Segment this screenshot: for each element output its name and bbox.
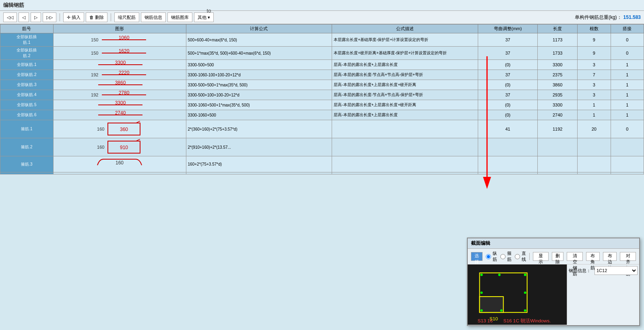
suochi-btn[interactable]: 缩尺配筋 bbox=[114, 12, 139, 22]
desc-cell bbox=[332, 138, 478, 156]
del-row-btn[interactable]: 🗑 删除 bbox=[86, 12, 107, 22]
nav-next-btn[interactable]: ▷ bbox=[31, 12, 41, 22]
edit-sep-2 bbox=[111, 13, 111, 21]
edit-panel-title: 编辑钢筋 bbox=[0, 0, 644, 11]
table-row[interactable]: 全部纵筋.5 3300 3300-1060+500+1*max(35*d, 50… bbox=[0, 100, 644, 110]
align-rebar-btn[interactable]: 对齐钢筋 bbox=[620, 252, 636, 261]
svg-text:2220: 2220 bbox=[119, 71, 130, 76]
nav-prev-btn[interactable]: ◁ bbox=[19, 12, 29, 22]
lap-cell: 1 bbox=[611, 60, 644, 70]
col-shape: 图形 bbox=[53, 25, 186, 33]
bar-id-cell: 箍筋.3 bbox=[0, 156, 54, 172]
bar-id-cell: 全部纵筋.6 bbox=[0, 110, 54, 120]
table-row[interactable]: 全部纵筋插 筋.1 150 1060 500+600-40+max(6*d, 1… bbox=[0, 33, 644, 47]
bar-id-cell: 箍筋.1 bbox=[0, 120, 54, 138]
table-row[interactable]: 全部纵筋.1 3300 3300-500+500 层高-本层的露出长度+上层露出… bbox=[0, 60, 644, 70]
bar-id-cell: 全部纵筋.3 bbox=[0, 80, 54, 90]
ganglu-info-btn[interactable]: 钢筋信息 bbox=[141, 12, 166, 22]
formula-cell: 3300-500+100+100-20+12*d bbox=[186, 90, 332, 100]
length-cell: 3300 bbox=[538, 60, 578, 70]
length-cell: 2935 bbox=[538, 90, 578, 100]
rebar-info-select[interactable]: 1C12 2C12 1C14 2C14 bbox=[594, 266, 638, 275]
bend-cell: 37 bbox=[478, 33, 537, 47]
radio-gujin-input[interactable] bbox=[500, 254, 506, 259]
radio-zhixian-label: 直线 bbox=[522, 250, 526, 262]
lap-cell: 1 bbox=[611, 90, 644, 100]
lap-cell: 1 bbox=[611, 100, 644, 110]
edit-sep-1 bbox=[60, 13, 60, 21]
formula-cell: 3300-1060-100+100-20+12*d bbox=[186, 70, 332, 80]
col-bend: 弯曲调整(mm) bbox=[478, 25, 537, 33]
radio-gujin: 箍筋 bbox=[500, 250, 512, 262]
desc-cell: 层高-本层的露出长度+上层露出长度 bbox=[332, 110, 478, 120]
lap-cell: 0 bbox=[611, 33, 644, 47]
count-cell bbox=[578, 172, 611, 174]
bend-cell: 41 bbox=[478, 120, 537, 138]
select-tool-btn[interactable]: 选择 bbox=[471, 252, 483, 261]
table-row[interactable]: 全部纵筋.4 192 2780 3300-500+100+100-20+12*d… bbox=[0, 90, 644, 100]
radio-zhixian-input[interactable] bbox=[515, 254, 520, 259]
svg-text:910: 910 bbox=[120, 145, 128, 150]
length-cell: 1173 bbox=[538, 33, 578, 47]
svg-text:S16 1C 朝活Windows.: S16 1C 朝活Windows. bbox=[504, 318, 551, 324]
shape-cell: 150 1620 bbox=[53, 47, 186, 60]
svg-text:3860: 3860 bbox=[115, 81, 126, 86]
bend-cell: (0) bbox=[478, 110, 537, 120]
bar-id-cell: 全部纵筋插 筋.1 bbox=[0, 33, 54, 47]
bend-cell: (0) bbox=[478, 60, 537, 70]
nav-first-btn[interactable]: ◁◁ bbox=[3, 12, 17, 22]
count-cell bbox=[578, 156, 611, 172]
table-row[interactable] bbox=[0, 172, 644, 174]
table-row[interactable]: 全部纵筋插 筋.2 150 1620 500+1*max(35*d, 500)+… bbox=[0, 47, 644, 60]
svg-point-30 bbox=[524, 274, 526, 276]
table-row[interactable]: 箍筋.2 160 910 2*(910+160)+2*(13.57... bbox=[0, 138, 644, 156]
svg-point-28 bbox=[480, 274, 483, 276]
shape-cell: 192 2220 bbox=[53, 70, 186, 80]
edit-toolbar: ◁◁ ◁ ▷ ▷▷ ✛ 插入 🗑 删除 缩尺配筋 钢筋信息 钢筋图库 其他 ▾ … bbox=[0, 11, 644, 24]
svg-rect-27 bbox=[480, 297, 504, 312]
table-row[interactable]: 全部纵筋.3 3860 3300-500+500+1*max(35*d, 500… bbox=[0, 80, 644, 90]
bend-cell: 37 bbox=[478, 90, 537, 100]
section-editor: 截面编辑 选择 纵筋 箍筋 直线 显示标注 删除 清空钢筋 布角筋 布边筋 对齐… bbox=[467, 238, 640, 326]
formula-cell: 2*(910+160)+2*(13.57... bbox=[186, 138, 332, 156]
corner-rebar-btn[interactable]: 布角筋 bbox=[586, 252, 600, 261]
radio-zujin: 纵筋 bbox=[486, 250, 497, 262]
section-editor-title: 截面编辑 bbox=[468, 238, 639, 249]
count-cell: 9 bbox=[578, 33, 611, 47]
lap-cell: 1 bbox=[611, 80, 644, 90]
insert-btn[interactable]: ✛ 插入 bbox=[63, 12, 84, 22]
formula-cell: 3300-500+500 bbox=[186, 60, 332, 70]
length-cell bbox=[538, 138, 578, 156]
svg-text:S13 16: S13 16 bbox=[478, 318, 493, 324]
formula-cell: 2*(360+160)+2*(75+3.57*d) bbox=[186, 120, 332, 138]
lap-cell: 1 bbox=[611, 110, 644, 120]
edge-rebar-btn[interactable]: 布边筋 bbox=[603, 252, 617, 261]
lap-cell: 1 bbox=[611, 70, 644, 80]
desc-cell: 本层露出长度+基础厚度-保护层+计算设置设定的弯折 bbox=[332, 33, 478, 47]
nav-last-btn[interactable]: ▷▷ bbox=[43, 12, 56, 22]
ganglu-lib-btn[interactable]: 钢筋图库 bbox=[167, 12, 192, 22]
display-label-btn[interactable]: 显示标注 bbox=[533, 252, 549, 261]
delete-rebar-btn[interactable]: 删除 bbox=[552, 252, 564, 261]
svg-point-33 bbox=[524, 309, 526, 312]
section-body: S10 S13 16 S16 1C 朝活Windows. 钢筋信息： 1C12 … bbox=[468, 264, 639, 325]
radio-zhixian: 直线 bbox=[515, 250, 526, 262]
svg-rect-25 bbox=[468, 265, 567, 324]
rebar-info-label: 钢筋信息： bbox=[569, 268, 593, 274]
svg-text:160: 160 bbox=[116, 160, 124, 166]
table-row[interactable]: 全部纵筋.2 192 2220 3300-1060-100+100-20+12*… bbox=[0, 70, 644, 80]
svg-text:2740: 2740 bbox=[115, 111, 126, 116]
desc-cell: 本层露出长度+槎开距离+基础厚度-保护层+计算设置设定的弯折 bbox=[332, 47, 478, 60]
length-cell: 2740 bbox=[538, 110, 578, 120]
section-right-panel: 钢筋信息： 1C12 2C12 1C14 2C14 bbox=[567, 264, 639, 325]
formula-cell: 3300-1060+500+1*max(35*d, 500) bbox=[186, 100, 332, 110]
bend-cell: (0) bbox=[478, 80, 537, 90]
shape-cell: 160 bbox=[53, 156, 186, 172]
table-row[interactable]: 箍筋.1 160 360 2*(360+160)+2*(75+3.57*d) 4… bbox=[0, 120, 644, 138]
table-row[interactable]: 全部纵筋.6 2740 3300-1060+500 层高-本层的露出长度+上层露… bbox=[0, 110, 644, 120]
sep-radio bbox=[529, 253, 530, 260]
clear-rebar-btn[interactable]: 清空钢筋 bbox=[567, 252, 583, 261]
radio-zujin-input[interactable] bbox=[486, 254, 491, 259]
bend-cell: 37 bbox=[478, 70, 537, 80]
table-row[interactable]: 箍筋.3 160 160+2*(75+3.57*d) bbox=[0, 156, 644, 172]
